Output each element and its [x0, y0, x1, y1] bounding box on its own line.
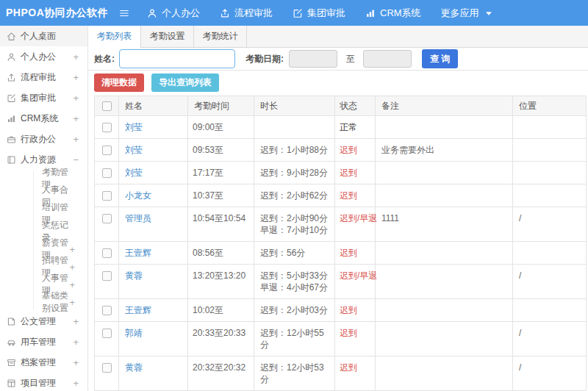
sidebar-item-label: 档案管理	[21, 356, 56, 369]
cell-location	[513, 139, 587, 162]
cell-name: 刘莹	[119, 162, 188, 184]
cell-status: 迟到	[335, 356, 376, 391]
cell-note	[376, 356, 513, 391]
sidebar-item-admin-office[interactable]: 行政办公+	[0, 129, 87, 149]
top-nav-item-group-approval[interactable]: 集团审批	[293, 7, 345, 20]
row-checkbox[interactable]	[102, 214, 112, 223]
sidebar-item-label: 个人桌面	[21, 30, 56, 43]
column-header-loc: 位置	[513, 96, 587, 116]
sidebar-item-vehicle-mgmt[interactable]: 用车管理+	[0, 331, 87, 352]
employee-name-link[interactable]: 黄蓉	[125, 270, 143, 281]
row-checkbox[interactable]	[102, 248, 112, 258]
row-checkbox[interactable]	[102, 168, 112, 178]
cell-duration: 迟到：2小时03分	[254, 299, 335, 322]
sidebar-item-label: 用车管理	[21, 336, 56, 348]
clean-data-button[interactable]: 清理数据	[94, 73, 144, 92]
cell-duration: 迟到：12小时55分	[254, 322, 335, 356]
sidebar-item-workflow-approval[interactable]: 流程审批+	[0, 67, 87, 87]
cell-location	[513, 116, 587, 139]
top-nav-item-personal-office[interactable]: 个人办公	[147, 7, 200, 20]
cell-location: /	[513, 356, 587, 391]
date-to-input[interactable]	[363, 50, 412, 68]
row-checkbox[interactable]	[102, 191, 112, 201]
name-input[interactable]	[119, 49, 235, 68]
sidebar-item-crm-system[interactable]: CRM系统+	[0, 108, 87, 129]
header-checkbox-cell	[95, 96, 119, 116]
table-row: 黄蓉13:20至13:20迟到：5小时33分 早退：4小时67分迟到/早退/	[95, 265, 587, 299]
row-checkbox-cell	[95, 322, 119, 356]
row-checkbox[interactable]	[102, 123, 112, 132]
export-list-button[interactable]: 导出查询列表	[151, 73, 219, 92]
user-icon	[147, 8, 157, 18]
column-header-dur: 时长	[254, 96, 335, 116]
table-row: 刘莹17:17至迟到：9小时28分迟到	[95, 162, 587, 184]
column-header-name: 姓名	[119, 96, 188, 116]
edit-icon	[7, 93, 16, 103]
top-nav-label: CRM系统	[380, 7, 421, 20]
cell-location	[513, 299, 587, 322]
sidebar: 个人桌面个人办公+流程审批+集团审批+CRM系统+行政办公+人力资源−考勤管理人…	[0, 26, 88, 391]
cell-note	[376, 242, 513, 265]
top-nav-item-workflow-approval[interactable]: 流程审批	[220, 7, 273, 20]
employee-name-link[interactable]: 郭靖	[125, 328, 143, 338]
cell-name: 管理员	[119, 207, 188, 242]
sidebar-item-label: 行政办公	[21, 133, 56, 146]
book-icon	[7, 155, 16, 165]
cell-duration: 迟到：5小时33分 早退：4小时67分	[254, 265, 335, 299]
employee-name-link[interactable]: 小龙女	[125, 190, 151, 201]
sidebar-item-archive-mgmt[interactable]: 档案管理+	[0, 352, 87, 373]
name-label: 姓名:	[94, 53, 115, 65]
top-nav: 个人办公流程审批集团审批CRM系统更多应用	[147, 7, 518, 20]
sidebar-subitem-base-category-settings[interactable]: 基础类别设置+	[0, 293, 87, 311]
sidebar-item-personal-office[interactable]: 个人办公+	[0, 46, 87, 67]
cell-location	[513, 242, 587, 265]
cell-status: 迟到	[335, 242, 376, 265]
row-checkbox[interactable]	[102, 271, 112, 281]
row-checkbox[interactable]	[102, 363, 112, 373]
main-shell: 个人桌面个人办公+流程审批+集团审批+CRM系统+行政办公+人力资源−考勤管理人…	[0, 26, 588, 391]
sidebar-item-label: CRM系统	[21, 112, 58, 125]
date-from-input[interactable]	[289, 50, 337, 68]
column-header-note: 备注	[376, 96, 513, 116]
row-checkbox[interactable]	[102, 306, 112, 315]
employee-name-link[interactable]: 管理员	[125, 213, 151, 223]
expand-icon: +	[69, 279, 75, 290]
app-logo[interactable]: PHPOA协同办公软件	[0, 7, 119, 20]
hamburger-menu-button[interactable]	[119, 8, 129, 18]
employee-name-link[interactable]: 刘莹	[125, 145, 143, 155]
sidebar-item-personal-desktop[interactable]: 个人桌面	[0, 26, 87, 46]
employee-name-link[interactable]: 黄蓉	[125, 362, 143, 373]
column-header-status: 状态	[335, 96, 376, 116]
tab-attendance-list[interactable]: 考勤列表	[88, 26, 141, 48]
tab-attendance-stats[interactable]: 考勤统计	[194, 26, 247, 47]
attendance-table-wrap: 姓名考勤时间时长状态备注位置 刘莹09:00至正常刘莹09:53至迟到：1小时8…	[94, 96, 587, 391]
expand-icon: −	[73, 154, 79, 165]
expand-icon: +	[73, 93, 79, 104]
query-button[interactable]: 查 询	[422, 49, 458, 68]
row-checkbox[interactable]	[102, 146, 112, 155]
cell-note: 业务需要外出	[376, 139, 513, 162]
table-row: 黄蓉20:32至20:32迟到：12小时53分迟到/	[95, 356, 587, 391]
tab-bar: 考勤列表考勤设置考勤统计	[88, 26, 588, 48]
sidebar-item-label: 个人办公	[21, 51, 56, 63]
top-nav-item-more-apps[interactable]: 更多应用	[441, 7, 498, 20]
row-checkbox-cell	[95, 139, 119, 162]
select-all-checkbox[interactable]	[102, 101, 112, 111]
user-icon	[7, 52, 16, 62]
car-icon	[7, 337, 16, 347]
employee-name-link[interactable]: 王壹辉	[125, 248, 151, 258]
employee-name-link[interactable]: 刘莹	[125, 122, 143, 132]
attendance-table: 姓名考勤时间时长状态备注位置 刘莹09:00至正常刘莹09:53至迟到：1小时8…	[94, 96, 587, 391]
chart-icon	[7, 114, 16, 123]
tab-attendance-settings[interactable]: 考勤设置	[141, 26, 194, 47]
table-row: 郭靖20:33至20:33迟到：12小时55分迟到/	[95, 322, 587, 356]
top-nav-item-crm-system[interactable]: CRM系统	[365, 7, 421, 20]
edit-icon	[293, 8, 303, 18]
sidebar-item-group-approval[interactable]: 集团审批+	[0, 87, 87, 108]
employee-name-link[interactable]: 王壹辉	[125, 305, 151, 315]
sidebar-item-project-mgmt[interactable]: 项目管理+	[0, 373, 87, 391]
employee-name-link[interactable]: 刘莹	[125, 168, 143, 178]
row-checkbox[interactable]	[102, 329, 112, 338]
cell-status: 迟到	[335, 139, 376, 162]
sidebar-item-label: 项目管理	[21, 377, 56, 390]
